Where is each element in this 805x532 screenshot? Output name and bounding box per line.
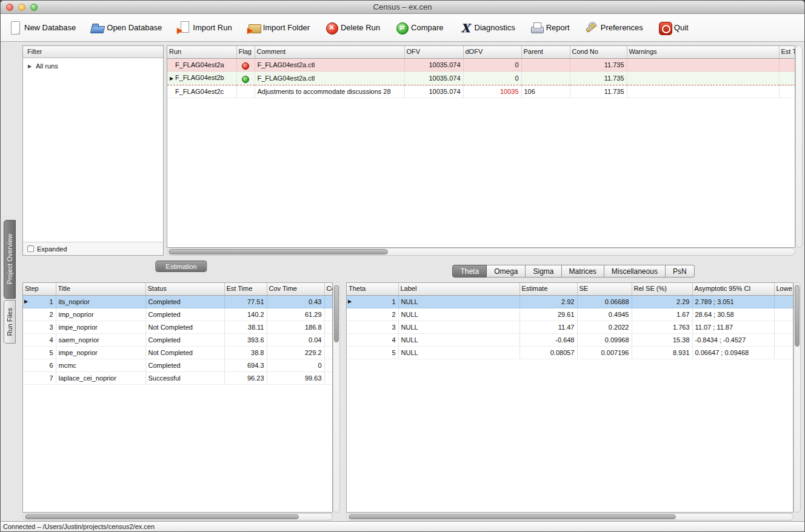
toolbar-button[interactable]: Quit <box>658 21 689 35</box>
theta-vertical-scrollbar[interactable] <box>793 282 801 513</box>
toolbar-button[interactable]: Open Database <box>90 21 162 35</box>
toolbar-button[interactable]: Import Run <box>176 21 232 35</box>
results-tab[interactable]: PsN <box>666 265 695 278</box>
estimate-cell: 0.08057 <box>519 346 577 359</box>
flag-cell <box>236 71 255 85</box>
theta-row[interactable]: 2 NULL 29.61 0.4945 1.67 28.64 ; 30.58 <box>347 308 793 321</box>
toolbar-button[interactable]: New Database <box>8 21 76 35</box>
results-tab[interactable]: Theta <box>452 265 487 278</box>
runs-table: Run Flag Comment OFV dOFV Parent Cond No… <box>167 46 795 98</box>
runs-col-dofv[interactable]: dOFV <box>463 46 521 58</box>
estimation-vertical-scrollbar[interactable] <box>333 282 340 513</box>
cond-no-cell: 11.735 <box>570 58 627 71</box>
disclosure-triangle-icon[interactable]: ▶ <box>28 64 33 69</box>
runs-col-run[interactable]: Run <box>167 46 236 58</box>
theta-col-rel-se[interactable]: Rel SE (%) <box>632 283 692 295</box>
estimation-row[interactable]: 5 impe_noprior Not Completed 38.8 229.2 <box>23 346 333 359</box>
runs-col-parent[interactable]: Parent <box>521 46 570 58</box>
toolbar: New Database Open Database Import Run Im… <box>1 14 804 42</box>
est-col-est-time[interactable]: Est Time <box>224 283 267 295</box>
theta-col-label[interactable]: Label <box>398 283 519 295</box>
estimation-horizontal-scrollbar[interactable] <box>22 513 333 520</box>
results-tab[interactable]: Miscellaneous <box>604 265 666 278</box>
theta-row[interactable]: 4 NULL -0.648 0.09968 15.38 -0.8434 ; -0… <box>347 333 793 346</box>
comment-cell: F_FLAG04est2a.ctl <box>255 58 404 71</box>
toolbar-button[interactable]: Report <box>530 21 570 35</box>
title-cell: imp_noprior <box>56 308 145 321</box>
theta-vertical-scrollbar-thumb[interactable] <box>795 285 800 347</box>
toolbar-button[interactable]: Import Folder <box>247 21 310 35</box>
run-row[interactable]: F_FLAG04est2a F_FLAG04est2a.ctl 10035.07… <box>167 58 795 71</box>
est-col-status[interactable]: Status <box>145 283 224 295</box>
se-cell: 0.06688 <box>577 295 632 308</box>
title-bar[interactable]: Census – ex.cen <box>1 1 804 14</box>
theta-col-lower[interactable]: Lowe <box>774 283 793 295</box>
theta-row[interactable]: 5 NULL 0.08057 0.007196 8.931 0.06647 ; … <box>347 346 793 359</box>
runs-horizontal-scrollbar[interactable] <box>167 248 795 256</box>
runs-table-container: Run Flag Comment OFV dOFV Parent Cond No… <box>167 45 795 248</box>
results-tab[interactable]: Matrices <box>562 265 604 278</box>
expanded-checkbox[interactable] <box>27 245 34 252</box>
estimation-row[interactable]: 4 saem_noprior Completed 393.6 0.04 <box>23 333 333 346</box>
theta-col-theta[interactable]: Theta <box>347 283 398 295</box>
toolbar-button[interactable]: Preferences <box>584 21 643 35</box>
theta-row[interactable]: ▶1 NULL 2.92 0.06688 2.29 2.789 ; 3.051 <box>347 295 793 308</box>
tree-item-label: All runs <box>36 62 58 70</box>
cov-time-cell: 99.63 <box>267 371 324 384</box>
step-cell: 3 <box>23 321 56 333</box>
estimation-row[interactable]: 7 laplace_cei_noprior Successful 96.23 9… <box>23 371 333 384</box>
theta-col-estimate[interactable]: Estimate <box>519 283 577 295</box>
toolbar-button[interactable]: Diagnostics <box>458 21 515 35</box>
runs-col-warnings[interactable]: Warnings <box>627 46 779 58</box>
tree-item-all-runs[interactable]: ▶ All runs <box>28 61 163 71</box>
estimation-row[interactable]: 3 impe_noprior Not Completed 38.11 186.8 <box>23 321 333 333</box>
title-cell: saem_noprior <box>56 333 145 346</box>
est-col-title[interactable]: Title <box>56 283 145 295</box>
estimation-horizontal-scrollbar-thumb[interactable] <box>25 514 299 519</box>
estimation-vertical-scrollbar-thumb[interactable] <box>334 285 339 342</box>
runs-vertical-scrollbar[interactable] <box>795 45 803 248</box>
ci-cell: 28.64 ; 30.58 <box>692 308 774 321</box>
runs-col-ofv[interactable]: OFV <box>404 46 463 58</box>
est-col-cov-time[interactable]: Cov Time <box>267 283 324 295</box>
theta-row[interactable]: 3 NULL 11.47 0.2022 1.763 11.07 ; 11.87 <box>347 321 793 333</box>
estimation-row[interactable]: 2 imp_noprior Completed 140.2 61.29 <box>23 308 333 321</box>
compare-icon <box>395 21 409 35</box>
estimation-row[interactable]: 6 mcmc Completed 694.3 0 <box>23 359 333 371</box>
results-tab[interactable]: Sigma <box>526 265 561 278</box>
runs-col-comment[interactable]: Comment <box>255 46 404 58</box>
step-cell: 5 <box>23 346 56 359</box>
status-cell: Not Completed <box>145 346 224 359</box>
tab-run-files[interactable]: Run Files <box>4 300 16 344</box>
new-database-icon <box>8 21 22 35</box>
results-tab[interactable]: Omega <box>487 265 526 278</box>
theta-index-cell: ▶1 <box>347 295 398 308</box>
toolbar-button[interactable]: Compare <box>395 21 443 35</box>
tab-project-overview[interactable]: Project Overview <box>4 220 16 299</box>
ofv-cell: 10035.074 <box>404 71 463 85</box>
theta-horizontal-scrollbar-thumb[interactable] <box>349 514 676 519</box>
warnings-cell <box>627 71 779 85</box>
runs-col-cond-no[interactable]: Cond No <box>570 46 627 58</box>
toolbar-button[interactable]: Delete Run <box>324 21 380 35</box>
ci-cell: 0.06647 ; 0.09468 <box>692 346 774 359</box>
runs-col-est-time[interactable]: Est T <box>779 46 795 58</box>
est-col-step[interactable]: Step <box>23 283 56 295</box>
run-name-cell: F_FLAG04est2a <box>167 58 236 71</box>
runs-horizontal-scrollbar-thumb[interactable] <box>169 249 388 254</box>
run-row[interactable]: ▶F_FLAG04est2b F_FLAG04est2a.ctl 10035.0… <box>167 71 795 85</box>
run-name: F_FLAG04est2c <box>175 88 224 95</box>
run-row[interactable]: F_FLAG04est2c Adjustments to accommodate… <box>167 85 795 98</box>
label-cell: NULL <box>398 321 519 333</box>
runs-col-flag[interactable]: Flag <box>236 46 255 58</box>
estimation-row[interactable]: ▶1 its_noprior Completed 77.51 0.43 <box>23 295 333 308</box>
label-cell: NULL <box>398 333 519 346</box>
estimation-panel-tab[interactable]: Estimation <box>155 261 207 272</box>
cond-no-cell: 11.735 <box>570 71 627 85</box>
theta-col-se[interactable]: SE <box>577 283 632 295</box>
est-col-co[interactable]: Co <box>324 283 333 295</box>
run-name: F_FLAG04est2b <box>175 74 224 81</box>
theta-col-ci[interactable]: Asymptotic 95% CI <box>692 283 774 295</box>
warnings-cell <box>627 58 779 71</box>
theta-horizontal-scrollbar[interactable] <box>346 513 793 520</box>
